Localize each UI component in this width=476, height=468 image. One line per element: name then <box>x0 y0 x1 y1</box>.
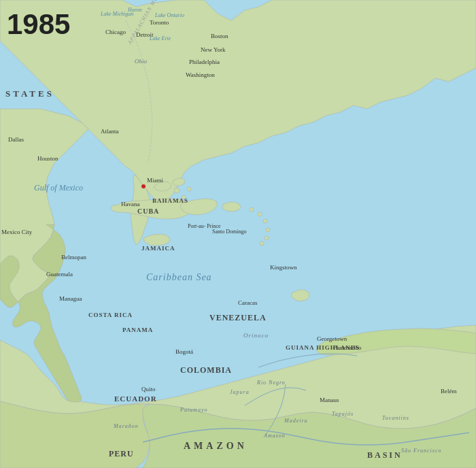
map-svg <box>0 0 476 468</box>
svg-point-8 <box>182 195 186 199</box>
svg-point-3 <box>263 219 267 223</box>
map-container: 1985 STATES Dallas Houston Atlanta Chica… <box>0 0 476 468</box>
year-label: 1985 <box>7 8 70 41</box>
svg-point-2 <box>258 212 262 216</box>
svg-point-4 <box>266 228 270 232</box>
miami-dot <box>141 184 146 188</box>
svg-point-7 <box>174 188 180 193</box>
svg-point-6 <box>260 241 264 246</box>
svg-point-5 <box>265 236 269 240</box>
svg-point-9 <box>187 187 191 191</box>
svg-point-1 <box>250 207 254 212</box>
